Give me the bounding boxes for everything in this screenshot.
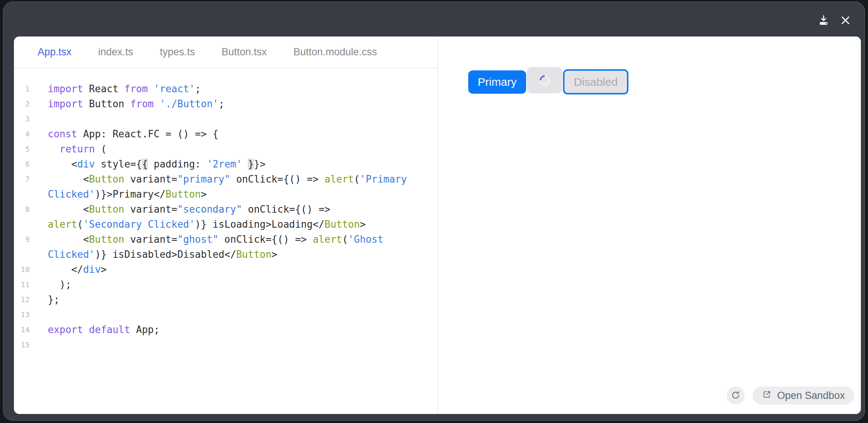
code-editor[interactable]: 1import React from 'react';2import Butto… [14, 68, 437, 414]
code-text: return ( [30, 142, 107, 157]
code-line: 2import Button from './Button'; [14, 96, 437, 111]
line-number: 5 [14, 142, 30, 157]
line-number: 13 [14, 307, 30, 322]
tab-types-ts[interactable]: types.ts [160, 46, 195, 58]
code-line: 9 <Button variant="ghost" onClick={() =>… [14, 232, 437, 247]
line-number: 14 [14, 322, 30, 337]
code-text: <Button variant="secondary" onClick={() … [30, 202, 330, 217]
tab-button-module-css[interactable]: Button.module.css [293, 46, 377, 58]
code-text: <Button variant="ghost" onClick={() => a… [30, 232, 383, 247]
code-line: 12}; [14, 292, 437, 307]
open-sandbox-label: Open Sandbox [777, 390, 845, 402]
preview-primary-button[interactable]: Primary [468, 70, 526, 94]
code-text: Clicked')} isDisabled>Disabled</Button> [30, 247, 278, 262]
tab-app-tsx[interactable]: App.tsx [38, 46, 71, 58]
code-line: 13 [14, 307, 437, 322]
line-number [14, 217, 30, 232]
line-number: 11 [14, 277, 30, 292]
code-text: ); [30, 277, 71, 292]
code-line: Clicked')} isDisabled>Disabled</Button> [14, 247, 437, 262]
line-number: 3 [14, 111, 30, 126]
line-number [14, 247, 30, 262]
download-icon [817, 14, 830, 27]
code-text: alert('Secondary Clicked')} isLoading>Lo… [30, 217, 366, 232]
line-number: 9 [14, 232, 30, 247]
preview-disabled-button: Disabled [563, 69, 628, 94]
line-number: 10 [14, 262, 30, 277]
preview-loading-button[interactable] [527, 67, 562, 93]
code-text: <Button variant="primary" onClick={() =>… [30, 172, 407, 187]
code-text: import Button from './Button'; [30, 96, 225, 111]
line-number: 12 [14, 292, 30, 307]
code-line: 8 <Button variant="secondary" onClick={(… [14, 202, 437, 217]
line-number [14, 187, 30, 202]
code-text [30, 337, 48, 352]
line-number: 8 [14, 202, 30, 217]
tab-index-ts[interactable]: index.ts [98, 46, 133, 58]
refresh-button[interactable] [727, 386, 745, 405]
spinner-icon [537, 73, 552, 87]
tab-button-tsx[interactable]: Button.tsx [222, 46, 267, 58]
code-text: Clicked')}>Primary</Button> [30, 187, 207, 202]
code-text: }; [30, 292, 59, 307]
code-line: 5 return ( [14, 142, 437, 157]
line-number: 15 [14, 337, 30, 352]
line-number: 4 [14, 126, 30, 142]
code-text: import React from 'react'; [30, 81, 201, 96]
code-line: 10 </div> [14, 262, 437, 277]
editor-pane: App.tsxindex.tstypes.tsButton.tsxButton.… [14, 37, 437, 414]
file-tabbar: App.tsxindex.tstypes.tsButton.tsxButton.… [14, 37, 437, 68]
line-number: 6 [14, 157, 30, 172]
code-text: export default App; [30, 322, 159, 337]
code-line: 11 ); [14, 277, 437, 292]
open-sandbox-button[interactable]: Open Sandbox [753, 386, 854, 405]
code-line: 14export default App; [14, 322, 437, 337]
code-line: Clicked')}>Primary</Button> [14, 187, 437, 202]
code-line: 7 <Button variant="primary" onClick={() … [14, 172, 437, 187]
close-button[interactable] [837, 12, 854, 29]
code-text [30, 111, 48, 126]
line-number: 1 [14, 81, 30, 96]
code-text: </div> [30, 262, 107, 277]
external-link-icon [762, 389, 772, 402]
line-number: 7 [14, 172, 30, 187]
code-line: 1import React from 'react'; [14, 81, 437, 96]
download-button[interactable] [815, 12, 832, 29]
code-line: 15 [14, 337, 437, 352]
code-line: 6 <div style={{ padding: '2rem' }}> [14, 157, 437, 172]
close-icon [839, 14, 851, 26]
code-line: 3 [14, 111, 437, 126]
code-text [30, 307, 48, 322]
window-frame: App.tsxindex.tstypes.tsButton.tsxButton.… [3, 2, 865, 421]
code-text: <div style={{ padding: '2rem' }}> [30, 157, 266, 172]
refresh-icon [730, 390, 741, 402]
code-line: alert('Secondary Clicked')} isLoading>Lo… [14, 217, 437, 232]
preview-pane: Primary Disabled [438, 37, 861, 414]
content-panel: App.tsxindex.tstypes.tsButton.tsxButton.… [14, 37, 861, 414]
code-text: const App: React.FC = () => { [30, 126, 219, 142]
code-line: 4const App: React.FC = () => { [14, 126, 437, 142]
line-number: 2 [14, 96, 30, 111]
